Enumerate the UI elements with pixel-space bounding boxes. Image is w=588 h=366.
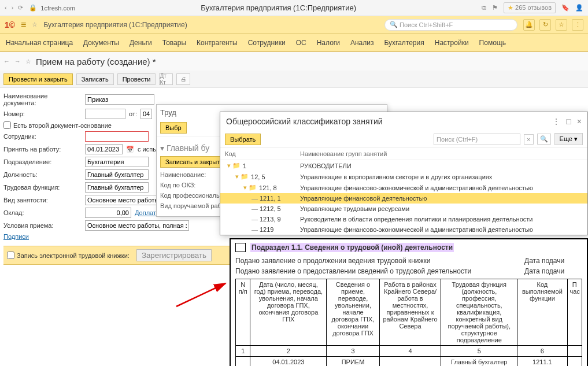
back-icon[interactable]: ‹	[5, 4, 7, 12]
employee-input[interactable]	[85, 131, 149, 142]
tree-row[interactable]: —1213, 9Руководители в области определен…	[220, 214, 587, 224]
tree-code: 121, 8	[259, 184, 277, 191]
nav-tab[interactable]: Сотрудники	[248, 39, 286, 47]
nav-tab[interactable]: Документы	[83, 39, 119, 47]
calendar-icon[interactable]: 📅	[126, 146, 134, 153]
history-icon[interactable]: ↻	[539, 19, 551, 31]
okz-select-button[interactable]: Выбрать	[225, 134, 261, 145]
star-icon[interactable]: ☆	[25, 58, 31, 65]
extension-icon[interactable]: ⧉	[482, 4, 486, 12]
panel2-title: Труд	[160, 108, 176, 117]
write-close-button[interactable]: Записать и закрыт	[160, 156, 225, 168]
table-cell	[236, 357, 250, 367]
table-colnum: 4	[379, 346, 441, 357]
folder-icon: ▾ 📁	[235, 173, 249, 180]
clear-search-icon[interactable]: ×	[524, 134, 533, 145]
reload-icon[interactable]: ⟳	[18, 4, 23, 12]
collapse-icon[interactable]: ▾	[160, 143, 164, 153]
date-label-1: Дата подачи	[524, 257, 582, 265]
item-icon: —	[252, 226, 257, 233]
tree-name: Руководители в области определения полит…	[300, 216, 532, 223]
forward-icon[interactable]: ›	[12, 4, 14, 12]
nav-tab[interactable]: ОС	[296, 39, 306, 47]
hire-date-input[interactable]	[85, 144, 123, 154]
tree-row[interactable]: —1211, 1Управляющие финансовой деятельно…	[220, 193, 587, 204]
select-button[interactable]: Выбр	[160, 122, 187, 134]
write-button[interactable]: Записать	[76, 73, 114, 85]
nav-tab[interactable]: Настройки	[435, 39, 469, 47]
report-icon[interactable]: Дт Кт	[159, 73, 173, 85]
nav-tab[interactable]: Анализ	[350, 39, 374, 47]
menu-icon[interactable]: ≡	[21, 20, 26, 30]
tree-row[interactable]: ▾ 📁12, 5Управляющие в корпоративном сект…	[220, 171, 587, 182]
salary-label: Оклад:	[3, 209, 82, 216]
print-icon[interactable]: 🖨	[176, 73, 190, 85]
department-input[interactable]	[85, 157, 149, 167]
tree-name: РУКОВОДИТЕЛИ	[300, 162, 352, 169]
from-date-input[interactable]	[140, 109, 152, 119]
favorite-icon[interactable]: ☆	[556, 19, 567, 31]
nav-tab[interactable]: Начальная страница	[6, 39, 73, 47]
search-icon[interactable]: 🔍	[537, 134, 551, 145]
employment-type-input[interactable]	[85, 195, 160, 205]
okz-title: Общероссийский классификатор занятий	[226, 117, 383, 126]
forward-arrow-icon[interactable]: →	[14, 58, 21, 65]
table-header: Сведения о приеме, переводе, увольнении,…	[327, 279, 379, 346]
doc-name-input[interactable]	[85, 94, 154, 105]
profile-icon[interactable]: 👤	[575, 4, 583, 12]
table-cell: ПРИЕМ	[327, 357, 379, 367]
tree-row[interactable]: ▾ 📁121, 8Управляющие финансово-экономиче…	[220, 182, 587, 193]
nav-tab[interactable]: Бухгалтерия	[384, 39, 424, 47]
employment-table: N п/пДата (число, месяц, год) приема, пе…	[235, 279, 582, 366]
declaration-1: Подано заявление о продолжении ведения т…	[235, 257, 524, 265]
address-bar[interactable]: 🔒 1cfresh.com	[29, 4, 75, 12]
star-icon[interactable]: ☆	[32, 21, 38, 28]
position-input[interactable]	[85, 169, 149, 180]
table-cell	[567, 357, 582, 367]
save-close-button[interactable]: Провести и закрыть	[3, 73, 73, 85]
conditions-input[interactable]	[85, 220, 189, 231]
nav-tab[interactable]: Помощь	[479, 39, 506, 47]
position-label: Должность:	[3, 171, 82, 178]
tree-code: 1212, 5	[260, 205, 281, 212]
bell-icon[interactable]: 🔔	[523, 19, 535, 31]
nav-tab[interactable]: Товары	[162, 39, 186, 47]
tree-row[interactable]: —1219Управляющие финансово-экономической…	[220, 224, 587, 235]
section-square-icon	[235, 243, 246, 252]
tree-row[interactable]: —1212, 5Управляющие трудовыми ресурсами	[220, 204, 587, 214]
second-doc-checkbox[interactable]	[3, 121, 11, 129]
more-icon[interactable]: ⋮	[572, 19, 583, 31]
reviews-badge[interactable]: ★ 265 отзывов	[504, 2, 556, 13]
okz-search-input[interactable]: Поиск (Ctrl+F)	[434, 134, 520, 145]
nav-tab[interactable]: Деньги	[130, 39, 152, 47]
flag-icon[interactable]: ⚑	[492, 4, 498, 12]
kebab-icon[interactable]: ⋮	[552, 117, 560, 126]
table-cell: 04.01.2023	[250, 357, 327, 367]
post-button[interactable]: Провести	[117, 73, 156, 85]
maximize-icon[interactable]: □	[566, 117, 571, 126]
function-input[interactable]	[85, 182, 149, 193]
name-header: Наименование групп занятий	[300, 150, 387, 157]
search-icon: 🔍	[390, 21, 398, 28]
tree-row[interactable]: ▾ 📁1РУКОВОДИТЕЛИ	[220, 160, 587, 171]
conditions-label: Условия приема:	[3, 222, 82, 229]
nav-tab[interactable]: Налоги	[317, 39, 340, 47]
table-colnum	[567, 346, 582, 357]
bookmark-icon[interactable]: 🔖	[561, 4, 569, 12]
salary-input[interactable]	[85, 208, 131, 218]
number-input[interactable]	[85, 109, 125, 119]
global-search[interactable]: 🔍 Поиск Ctrl+Shift+F	[384, 19, 517, 31]
tree-code: 1213, 9	[260, 216, 281, 223]
employee-label: Сотрудник:	[3, 133, 82, 140]
signatures-link[interactable]: Подписи	[3, 233, 29, 240]
more-button[interactable]: Еще ▾	[554, 133, 583, 145]
back-arrow-icon[interactable]: ←	[3, 58, 10, 65]
tree-code: 1219	[260, 226, 273, 233]
nav-tab[interactable]: Контрагенты	[197, 39, 238, 47]
lock-icon: 🔒	[29, 4, 37, 12]
record-checkbox[interactable]	[7, 252, 14, 259]
second-doc-label: Есть второй документ-основание	[13, 122, 112, 129]
register-button[interactable]: Зарегистрировать	[136, 249, 212, 261]
close-icon[interactable]: ×	[577, 117, 582, 126]
table-colnum: 2	[250, 346, 327, 357]
